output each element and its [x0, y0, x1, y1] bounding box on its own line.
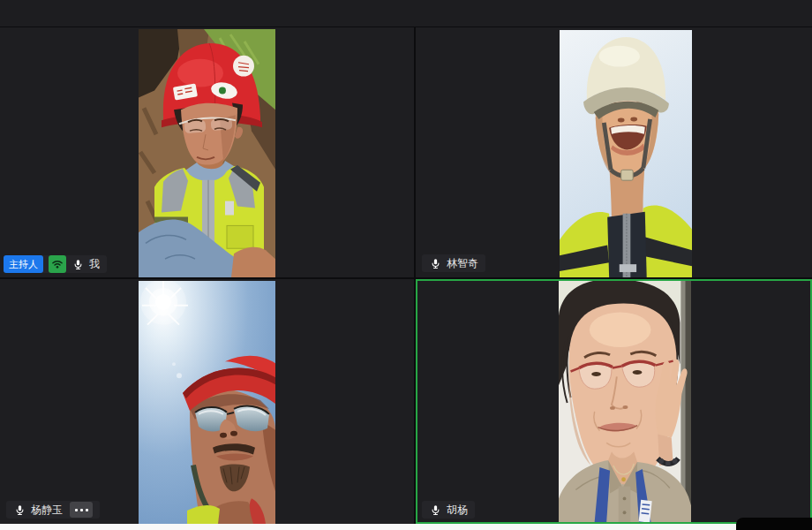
participant-tile-me[interactable]: 主持人 我	[0, 27, 414, 277]
participant-tile-lin-zhiqi[interactable]: 林智奇	[416, 27, 812, 277]
video-illustration-me	[139, 29, 275, 277]
video-illustration-hu-yang	[559, 281, 691, 522]
mic-icon	[429, 503, 441, 517]
participant-label-yang-jingyu: 杨静玉	[6, 501, 100, 519]
window-top-bar	[0, 0, 812, 26]
video-grid: 主持人 我	[0, 26, 812, 524]
video-feed-lin-zhiqi	[560, 30, 692, 277]
participant-label-me: 主持人 我	[4, 255, 107, 273]
meeting-window: 主持人 我	[0, 0, 812, 530]
video-feed-yang-jingyu	[139, 281, 275, 524]
network-quality-icon	[49, 255, 66, 273]
video-illustration-yang-jingyu	[139, 281, 275, 524]
video-illustration-lin-zhiqi	[560, 30, 692, 277]
participant-label-hu-yang: 胡杨	[422, 501, 475, 519]
participant-name: 杨静玉	[31, 503, 63, 518]
participant-name: 林智奇	[447, 256, 478, 271]
video-feed-me	[139, 29, 275, 277]
ellipsis-icon	[75, 509, 78, 511]
participant-name: 我	[89, 257, 100, 272]
more-options-button[interactable]	[70, 502, 93, 518]
participant-tile-yang-jingyu[interactable]: 杨静玉	[0, 279, 414, 524]
participant-label-lin-zhiqi: 林智奇	[422, 254, 485, 272]
mic-icon	[71, 257, 84, 271]
participant-tile-hu-yang[interactable]: 胡杨	[416, 279, 812, 524]
window-bottom-edge	[0, 524, 736, 530]
participant-name: 胡杨	[447, 503, 468, 518]
video-feed-hu-yang	[559, 281, 691, 522]
mic-icon	[13, 503, 26, 517]
bottom-right-overlay	[736, 518, 812, 530]
mic-icon	[429, 256, 441, 270]
host-badge: 主持人	[4, 255, 43, 273]
